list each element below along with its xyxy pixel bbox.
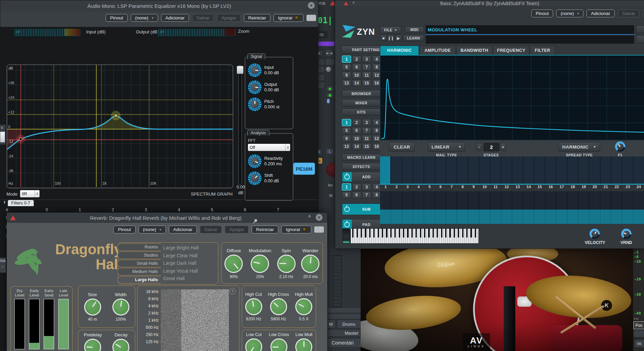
part-cell[interactable]: 9	[342, 72, 351, 79]
save-button[interactable]: Salvar	[192, 14, 214, 22]
preset-select[interactable]: (none)	[131, 14, 158, 22]
tab-frequency[interactable]: FREQUENCY	[493, 46, 529, 55]
clear-button[interactable]: CLEAR	[389, 142, 415, 152]
dragonfly-titlebar[interactable]: Reverb: Dragonfly Hall Reverb (by Michae…	[7, 213, 327, 223]
tab-amplitude[interactable]: AMPLITUDE	[420, 46, 456, 55]
preset-item[interactable]: Large Dark Hall	[163, 259, 199, 267]
kit-cell[interactable]: 13	[342, 143, 351, 150]
part-cell[interactable]: 15	[362, 80, 371, 87]
pause-button[interactable]: ❙❙	[388, 35, 394, 41]
collapse-icon[interactable]	[308, 214, 311, 220]
part-cell[interactable]: 11	[362, 72, 371, 79]
velocity-knob[interactable]	[590, 229, 600, 239]
kit-cell[interactable]: 5	[342, 127, 351, 134]
bypass-button[interactable]: Ignorar	[273, 14, 303, 22]
stages-value[interactable]: 2	[483, 142, 500, 152]
spin-knob-group[interactable]: Spin 2.10 Hz	[277, 248, 296, 279]
preset-item[interactable]: Great Hall	[163, 275, 199, 283]
macro-learn-button[interactable]: MACRO LEARN	[342, 154, 381, 161]
modulation-knob-group[interactable]: Modulation 15%	[249, 248, 271, 279]
mag-type-select[interactable]: LINEAR▼	[428, 142, 465, 152]
save-button[interactable]: Salvar	[200, 226, 222, 233]
item-cell[interactable]: 7	[362, 192, 371, 199]
play-button[interactable]: ▶	[395, 35, 402, 41]
width-knob[interactable]	[112, 299, 129, 316]
phase-bars-lower[interactable]	[380, 210, 644, 224]
bank-tab-medium-halls[interactable]: Medium Halls	[117, 268, 161, 275]
size-knob[interactable]	[84, 299, 101, 316]
high-cut-knob[interactable]	[245, 298, 262, 315]
bank-tab-small-halls[interactable]: Small Halls	[117, 260, 161, 267]
input-knob-row[interactable]: Input0.00 dB	[248, 63, 290, 77]
bank-tab-rooms[interactable]: Rooms	[117, 243, 161, 251]
low-cut-knob[interactable]	[245, 338, 262, 351]
spin-knob[interactable]	[277, 255, 296, 273]
mod-wheel[interactable]	[343, 228, 350, 244]
part-cell[interactable]: 3	[362, 56, 371, 63]
pitch-knob[interactable]	[248, 97, 262, 111]
low-mult-knob-group[interactable]: Low Mult	[295, 330, 312, 351]
trim-knob[interactable]	[326, 67, 331, 72]
low-mult-knob[interactable]	[295, 338, 312, 351]
mixer-button[interactable]	[325, 59, 335, 65]
input-knob[interactable]	[248, 63, 262, 77]
kit-cell[interactable]: 7	[362, 127, 371, 134]
output-knob-row[interactable]: Output0.00 dB	[248, 80, 290, 94]
reset-button[interactable]: Reiniciar	[244, 14, 271, 22]
fader-row[interactable]	[325, 314, 361, 319]
kit-cell[interactable]: 1	[342, 119, 351, 126]
piano-keyboard[interactable]	[350, 228, 479, 244]
part-cell[interactable]: 7	[362, 64, 371, 71]
part-cell[interactable]: 13	[342, 80, 351, 87]
tab-harmonic[interactable]: HARMONIC	[380, 46, 419, 55]
effects-button[interactable]: EFFECTS	[342, 163, 381, 170]
low-cross-knob-group[interactable]: Low Cross	[269, 330, 289, 351]
close-icon[interactable]	[352, 1, 355, 4]
wander-knob-group[interactable]: Wander 20.0 ms	[301, 248, 319, 279]
kit-cell[interactable]: 9	[342, 135, 351, 142]
early-send-meter[interactable]	[44, 299, 54, 349]
fader-mini-handle[interactable]	[327, 99, 330, 103]
clipped-header-button[interactable]	[636, 25, 644, 33]
kit-cell[interactable]: 10	[352, 135, 361, 142]
part-cell[interactable]: 14	[352, 80, 361, 87]
high-cross-knob[interactable]	[270, 298, 287, 315]
kit-cell[interactable]: 11	[362, 135, 371, 142]
eq-graph[interactable]: dB +36 +24 +12 0 -12 -24 -36 Hz 100 1K 1…	[6, 64, 233, 188]
mixer-button[interactable]: MIXER	[342, 99, 381, 106]
decay-knob-group[interactable]: Decay	[112, 330, 129, 351]
bank-tab-large-halls[interactable]: Large Halls	[117, 276, 161, 284]
part-cell[interactable]: 5	[342, 64, 351, 71]
low-cross-knob[interactable]	[270, 338, 287, 351]
add-engine-button[interactable]: ADD	[352, 172, 381, 182]
save-button[interactable]: Salvar	[618, 10, 640, 17]
preset-select[interactable]: (none)	[139, 226, 166, 233]
part-cell[interactable]: 6	[352, 64, 361, 71]
pin-icon[interactable]	[254, 218, 257, 222]
close-icon[interactable]	[316, 214, 323, 221]
early-level-meter[interactable]	[29, 299, 40, 349]
position-button[interactable]: Pos	[633, 321, 644, 329]
kit-cell[interactable]: 15	[362, 143, 371, 150]
midi-button[interactable]: MIDI	[405, 26, 424, 33]
size-knob-group[interactable]: Size 40 m	[84, 292, 101, 322]
kit-cell[interactable]: 3	[362, 119, 371, 126]
shift-knob-row[interactable]: Shift0.00 dB	[248, 171, 290, 185]
high-cut-knob-group[interactable]: High Cut 8200 Hz	[245, 292, 262, 321]
stop-button[interactable]: ■	[380, 35, 387, 41]
delete-button[interactable]: Apagar	[225, 226, 249, 233]
part-cell[interactable]: 1	[342, 56, 351, 63]
item-cell[interactable]: 3	[362, 183, 371, 190]
clipped-header-button[interactable]	[636, 35, 644, 43]
transport-clock[interactable]: 01|	[318, 16, 332, 25]
spinner-icon[interactable]	[35, 190, 40, 197]
item-cell[interactable]: 5	[342, 192, 351, 199]
filters-tab[interactable]: Filters 0-7	[8, 200, 34, 206]
reactivity-knob-row[interactable]: Reactivity0.200 ms	[248, 154, 290, 168]
output-button-master[interactable]: Master	[325, 329, 361, 337]
channel-fader[interactable]	[333, 255, 342, 307]
vrnd-knob[interactable]	[621, 229, 631, 239]
item-cell[interactable]: 2	[352, 183, 361, 190]
sub-power-button[interactable]	[342, 204, 352, 215]
chevron-down-icon[interactable]: ⌄	[1, 264, 4, 268]
